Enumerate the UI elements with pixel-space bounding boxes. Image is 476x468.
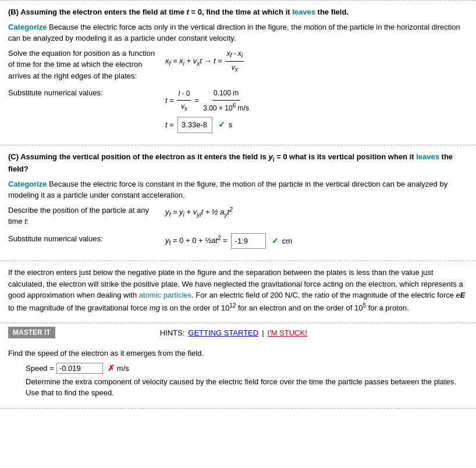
unit-c: cm: [282, 234, 292, 248]
hints-area: HINTS: GETTING STARTED | I'M STUCK!: [160, 328, 307, 337]
part-b-section: (B) Assuming the electron enters the fie…: [0, 1, 476, 145]
getting-started-link[interactable]: GETTING STARTED: [188, 328, 258, 337]
separator: |: [262, 328, 264, 337]
speed-input[interactable]: -0.019: [56, 363, 103, 374]
note-section: If the electron enters just below the ne…: [0, 261, 476, 323]
sub-formula-c: yf = 0 + 0 + ½at2 = -1.9 ✓ cm: [159, 233, 468, 249]
speed-row: Speed = -0.019 ✗ m/s: [26, 363, 468, 374]
part-b-categorize: Categorize Because the electric force ac…: [8, 22, 468, 44]
hint-text: Determine the extra component of velocit…: [26, 376, 468, 399]
sub-formula-b: t = l - 0 vx = 0.100 m 3.00 × 106 m/s t …: [159, 87, 468, 133]
describe-row: Describe the position of the particle at…: [8, 205, 468, 227]
master-it-label[interactable]: MASTER IT: [8, 327, 55, 338]
im-stuck-link[interactable]: I'M STUCK!: [268, 328, 307, 337]
describe-label: Describe the position of the particle at…: [8, 205, 159, 227]
sub-label-c: Substitute numerical values:: [8, 233, 159, 245]
answer-b: 3.33e-8: [177, 117, 212, 133]
note-text: If the electron enters just below the ne…: [8, 267, 468, 313]
check-icon-b: ✓: [218, 117, 225, 132]
solve-formula: xf = xi + vxt → t = xf - xi vx: [159, 48, 468, 76]
part-b-heading: (B) Assuming the electron enters the fie…: [8, 6, 468, 18]
hints-label: HINTS:: [160, 328, 185, 337]
describe-formula: yf = yi + vyit + ½ ayt2: [159, 205, 468, 220]
speed-unit: m/s: [117, 364, 129, 373]
answer-c: -1.9: [231, 233, 266, 249]
solve-row: Solve the equation for position as a fun…: [8, 48, 468, 82]
part-c-categorize: Categorize Because the electric force is…: [8, 178, 468, 201]
find-label: Find the speed of the electron as it eme…: [8, 348, 468, 359]
cross-icon-speed: ✗: [108, 363, 115, 373]
master-it-bar-row: MASTER IT HINTS: GETTING STARTED | I'M S…: [0, 323, 476, 342]
part-c-section: (C) Assuming the vertical position of th…: [0, 145, 476, 260]
master-it-content: Find the speed of the electron as it eme…: [0, 342, 476, 408]
check-icon-c: ✓: [272, 234, 279, 248]
part-c-heading: (C) Assuming the vertical position of th…: [8, 151, 468, 175]
solve-label: Solve the equation for position as a fun…: [8, 48, 159, 82]
speed-label: Speed =: [26, 364, 54, 373]
unit-b: s: [229, 118, 233, 131]
sub-label-b: Substitute numerical values:: [8, 87, 159, 99]
sub-row-b: Substitute numerical values: t = l - 0 v…: [8, 87, 468, 133]
sub-row-c: Substitute numerical values: yf = 0 + 0 …: [8, 233, 468, 249]
